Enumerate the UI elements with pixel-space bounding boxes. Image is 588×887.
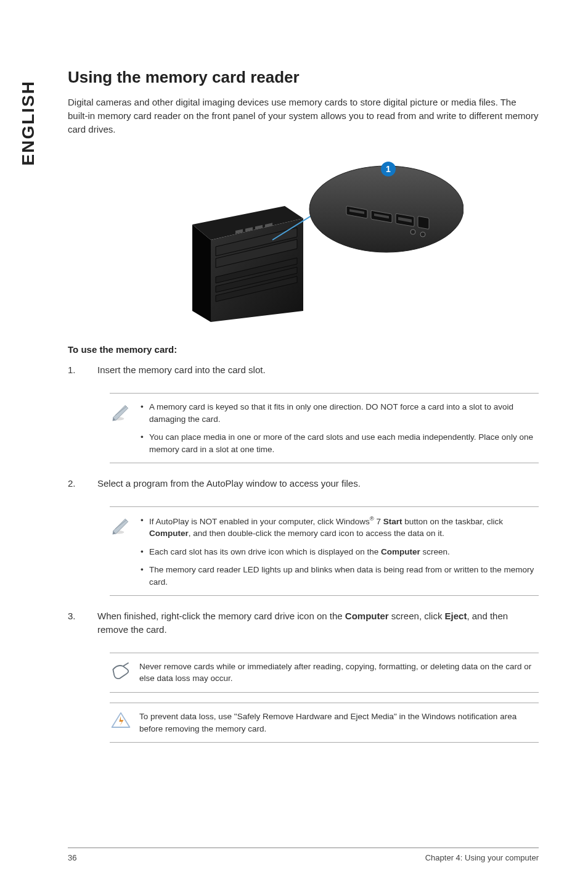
- note-lightning-icon: [110, 708, 139, 735]
- svg-marker-1: [192, 225, 211, 322]
- note-2-bullet-1: If AutoPlay is NOT enabled in your compu…: [139, 514, 535, 540]
- note-1-content: A memory card is keyed so that it fits i…: [139, 398, 539, 458]
- note-2-bullet-2: Each card slot has its own drive icon wh…: [139, 546, 535, 558]
- note-1-bullet-1: A memory card is keyed so that it fits i…: [139, 401, 535, 425]
- note-3-content: Never remove cards while or immediately …: [139, 658, 539, 687]
- note-1-bullet-2: You can place media in one or more of th…: [139, 431, 535, 455]
- page-footer: 36 Chapter 4: Using your computer: [0, 848, 588, 862]
- note-4-content: To prevent data loss, use "Safely Remove…: [139, 708, 539, 737]
- note-2-bullet-3: The memory card reader LED lights up and…: [139, 564, 535, 588]
- note-hand-icon: [110, 658, 139, 685]
- intro-paragraph: Digital cameras and other digital imagin…: [68, 96, 539, 136]
- note-2-content: If AutoPlay is NOT enabled in your compu…: [139, 512, 539, 590]
- steps-heading: To use the memory card:: [68, 344, 539, 355]
- product-figure: 1: [68, 151, 539, 326]
- note-pencil-icon: [110, 512, 139, 539]
- page-number: 36: [68, 853, 76, 862]
- svg-point-13: [309, 166, 463, 252]
- svg-rect-17: [418, 217, 429, 229]
- section-title: Using the memory card reader: [68, 68, 539, 87]
- svg-point-21: [410, 229, 415, 234]
- step-3: When finished, right-click the memory ca…: [68, 609, 539, 637]
- chapter-label: Chapter 4: Using your computer: [425, 853, 539, 862]
- note-pencil-icon: [110, 398, 139, 426]
- language-tab: ENGLISH: [18, 80, 38, 165]
- step-1: Insert the memory card into the card slo…: [68, 363, 539, 377]
- svg-marker-33: [119, 716, 123, 726]
- step-2: Select a program from the AutoPlay windo…: [68, 477, 539, 490]
- svg-point-22: [420, 232, 425, 237]
- callout-number: 1: [386, 164, 391, 174]
